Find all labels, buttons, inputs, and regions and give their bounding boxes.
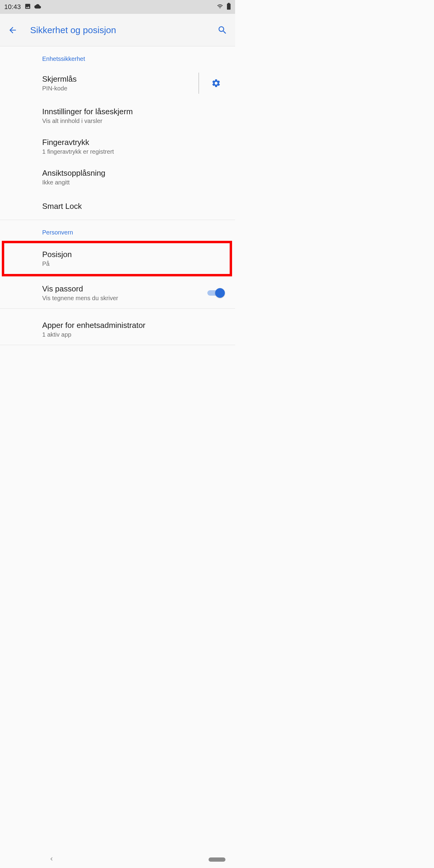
- status-time: 10:43: [4, 3, 21, 11]
- row-device-admin-apps[interactable]: Apper for enhetsadministrator 1 aktiv ap…: [0, 309, 235, 345]
- highlight-box: Posisjon På: [2, 241, 232, 276]
- row-sub: På: [42, 260, 224, 267]
- status-bar: 10:43: [0, 0, 235, 14]
- row-smart-lock[interactable]: Smart Lock: [0, 193, 235, 220]
- row-title: Apper for enhetsadministrator: [42, 321, 230, 330]
- row-sub: Vis tegnene mens du skriver: [42, 295, 203, 302]
- svg-rect-0: [227, 4, 230, 10]
- show-passwords-toggle[interactable]: [207, 288, 225, 298]
- back-button[interactable]: [7, 24, 19, 36]
- row-fingerprint[interactable]: Fingeravtrykk 1 fingeravtrykk er registr…: [0, 131, 235, 162]
- row-sub: Ikke angitt: [42, 179, 230, 186]
- row-title: Fingeravtrykk: [42, 138, 230, 147]
- section-header-privacy: Personvern: [0, 220, 235, 240]
- action-bar: Sikkerhet og posisjon: [0, 14, 235, 46]
- image-icon: [24, 3, 31, 11]
- row-title: Ansiktsopplåsning: [42, 168, 230, 178]
- section-header-device-security: Enhetssikkerhet: [0, 46, 235, 66]
- row-show-passwords[interactable]: Vis passord Vis tegnene mens du skriver: [0, 278, 235, 308]
- svg-rect-1: [228, 3, 230, 4]
- settings-list: Enhetssikkerhet Skjermlås PIN-kode Innst…: [0, 46, 235, 453]
- gear-icon: [211, 79, 221, 88]
- arrow-back-icon: [8, 25, 18, 35]
- row-title: Innstillinger for låseskjerm: [42, 107, 230, 116]
- row-title: Vis passord: [42, 284, 203, 293]
- row-sub: PIN-kode: [42, 85, 198, 92]
- page-title: Sikkerhet og posisjon: [30, 25, 216, 35]
- vertical-divider: [198, 73, 199, 94]
- row-screen-lock[interactable]: Skjermlås PIN-kode: [0, 66, 235, 100]
- row-sub: 1 aktiv app: [42, 331, 230, 338]
- row-sub: Vis alt innhold i varsler: [42, 118, 230, 124]
- row-face-unlock[interactable]: Ansiktsopplåsning Ikke angitt: [0, 162, 235, 193]
- row-title: Skjermlås: [42, 74, 198, 84]
- wifi-icon: [216, 3, 224, 10]
- search-button[interactable]: [216, 24, 228, 36]
- row-title: Posisjon: [42, 250, 224, 259]
- row-sub: 1 fingeravtrykk er registrert: [42, 148, 230, 155]
- row-lockscreen-prefs[interactable]: Innstillinger for låseskjerm Vis alt inn…: [0, 100, 235, 131]
- row-title: Smart Lock: [42, 202, 230, 211]
- row-location[interactable]: Posisjon På: [4, 243, 230, 274]
- cloud-icon: [34, 3, 41, 11]
- search-icon: [217, 25, 227, 35]
- divider: [0, 345, 235, 345]
- screen-lock-settings-button[interactable]: [203, 79, 230, 88]
- battery-icon: [227, 3, 231, 11]
